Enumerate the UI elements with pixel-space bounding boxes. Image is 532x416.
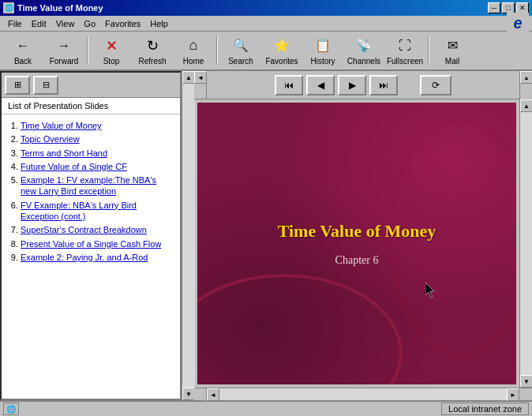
scroll-up-button[interactable]: ▲ <box>182 71 195 84</box>
forward-button[interactable]: → Forward <box>44 33 84 68</box>
fullscreen-icon: ⛶ <box>395 36 414 55</box>
slide-next-button[interactable]: ▶ <box>338 75 366 96</box>
slide-link-5[interactable]: Example 1: FV example:The NBA's new Larr… <box>21 175 156 196</box>
hscroll-right-btn[interactable]: ► <box>507 388 519 401</box>
forward-icon: → <box>54 36 73 55</box>
left-panel: ⊞ ⊟ List of Presentation Slides Time Val… <box>0 71 182 400</box>
toolbar-separator-1 <box>87 36 88 65</box>
hscroll-left-btn[interactable]: ◄ <box>207 388 219 401</box>
slide-link-8[interactable]: Present Value of a Single Cash Flow <box>21 239 161 249</box>
window-title: Time Value of Money <box>17 3 103 13</box>
slide-nav-next[interactable]: ⊟ <box>33 76 58 95</box>
left-section: ⊞ ⊟ List of Presentation Slides Time Val… <box>0 71 194 400</box>
stop-button[interactable]: ✕ Stop <box>92 33 131 68</box>
menu-favorites[interactable]: Favorites <box>100 17 145 30</box>
history-label: History <box>310 57 335 66</box>
slide-first-button[interactable]: ⏮ <box>275 75 303 96</box>
stop-label: Stop <box>103 57 120 66</box>
fullscreen-button[interactable]: ⛶ Fullscreen <box>385 33 425 68</box>
toolbar-separator-3 <box>428 36 429 65</box>
favorites-button[interactable]: ⭐ Favorites <box>262 33 302 68</box>
slide-prev-button[interactable]: ◀ <box>306 75 335 96</box>
status-zone: Local intranet zone <box>441 403 529 415</box>
slide-title: Time Value of Money <box>278 221 436 242</box>
slide-link-9[interactable]: Example 2: Paying Jr. and A-Rod <box>21 253 148 262</box>
scroll-up-right[interactable]: ▲ <box>520 99 532 112</box>
list-item: Example 2: Paying Jr. and A-Rod <box>21 252 174 263</box>
forward-label: Forward <box>50 57 79 66</box>
list-item: SuperStar's Contract Breakdown <box>21 224 174 235</box>
hscroll-left-corner <box>194 388 207 400</box>
list-item: Present Value of a Single Cash Flow <box>21 238 174 249</box>
back-button[interactable]: ← Back <box>3 33 43 68</box>
ie-logo-area: e <box>507 13 529 35</box>
home-icon: ⌂ <box>184 36 203 55</box>
cursor-icon <box>425 283 436 298</box>
slide-link-2[interactable]: Topic Overview <box>21 134 80 144</box>
scroll-track-left <box>182 84 195 388</box>
channels-button[interactable]: 📡 Channels <box>344 33 384 68</box>
channels-label: Channels <box>347 57 380 66</box>
list-item: Future Value of a Single CF <box>21 161 174 172</box>
scroll-down-right[interactable]: ▼ <box>520 375 532 388</box>
menu-bar: File Edit View Go Favorites Help e <box>0 16 532 32</box>
title-bar: 🌐 Time Value of Money ─ □ ✕ <box>0 0 532 16</box>
history-button[interactable]: 📋 History <box>303 33 343 68</box>
slide-link-6[interactable]: FV Example: NBA's Larry Bird Exception (… <box>21 201 137 221</box>
refresh-label: Refresh <box>138 57 166 66</box>
slide-link-3[interactable]: Terms and Short Hand <box>21 148 107 158</box>
bottom-scrollbar-row: ◄ ► <box>194 388 532 400</box>
top-left-corner: ◄ <box>194 71 207 99</box>
search-label: Search <box>228 57 253 66</box>
menu-view[interactable]: View <box>51 17 80 30</box>
hscroll-right-corner <box>519 388 532 400</box>
search-button[interactable]: 🔍 Search <box>221 33 260 68</box>
status-globe: 🌐 <box>6 405 16 414</box>
fullscreen-label: Fullscreen <box>387 57 423 66</box>
list-item: Example 1: FV example:The NBA's new Larr… <box>21 174 174 197</box>
slide-link-1[interactable]: Time Value of Money <box>21 121 102 130</box>
toolbar: ← Back → Forward ✕ Stop ↻ Refresh ⌂ Home… <box>0 32 532 71</box>
scroll-down-button[interactable]: ▼ <box>182 388 195 400</box>
ie-logo: e <box>507 13 529 35</box>
slide-last-button[interactable]: ⏭ <box>369 75 398 96</box>
slide-list: Time Value of Money Topic Overview Terms… <box>2 114 180 399</box>
status-zone-text: Local intranet zone <box>448 404 522 414</box>
app-icon: 🌐 <box>3 2 14 13</box>
slide-nav-prev[interactable]: ⊞ <box>5 76 30 95</box>
hscroll-track <box>219 388 507 400</box>
minimize-button[interactable]: ─ <box>488 2 500 13</box>
slide-nav-bar: ⊞ ⊟ <box>2 73 180 98</box>
scroll-track-right <box>520 112 532 375</box>
back-label: Back <box>14 57 32 66</box>
home-button[interactable]: ⌂ Home <box>174 33 213 68</box>
menu-edit[interactable]: Edit <box>27 17 51 30</box>
history-icon: 📋 <box>313 36 332 55</box>
title-bar-left: 🌐 Time Value of Money <box>3 2 103 13</box>
top-right-corner: ▲ <box>519 71 532 99</box>
top-controls-row: ◄ ⏮ ◀ ▶ ⏭ ⟳ ▲ <box>194 71 532 99</box>
status-icon: 🌐 <box>3 403 19 415</box>
slide-replay-button[interactable]: ⟳ <box>420 75 451 96</box>
refresh-button[interactable]: ↻ Refresh <box>133 33 172 68</box>
menu-help[interactable]: Help <box>145 17 173 30</box>
cursor-area <box>425 283 436 300</box>
scroll-left-top[interactable]: ◄ <box>194 71 207 84</box>
stop-icon: ✕ <box>102 36 121 55</box>
mail-button[interactable]: ✉ Mail <box>433 33 472 68</box>
favorites-label: Favorites <box>265 57 298 66</box>
slide-subtitle: Chapter 6 <box>278 254 436 267</box>
slide-row: Time Value of Money Chapter 6 ▲ ▼ <box>194 99 532 388</box>
list-item: FV Example: NBA's Larry Bird Exception (… <box>21 200 174 223</box>
scroll-right-top[interactable]: ▲ <box>520 71 532 84</box>
left-scrollbar: ▲ ▼ <box>182 71 194 400</box>
list-item: Time Value of Money <box>21 120 174 131</box>
menu-file[interactable]: File <box>3 17 27 30</box>
right-section: ◄ ⏮ ◀ ▶ ⏭ ⟳ ▲ <box>194 71 532 400</box>
menu-go[interactable]: Go <box>79 17 100 30</box>
search-icon: 🔍 <box>231 36 250 55</box>
mail-label: Mail <box>445 57 459 66</box>
slide-link-7[interactable]: SuperStar's Contract Breakdown <box>21 225 147 234</box>
slide-link-4[interactable]: Future Value of a Single CF <box>21 162 127 171</box>
list-title: List of Presentation Slides <box>2 98 180 114</box>
